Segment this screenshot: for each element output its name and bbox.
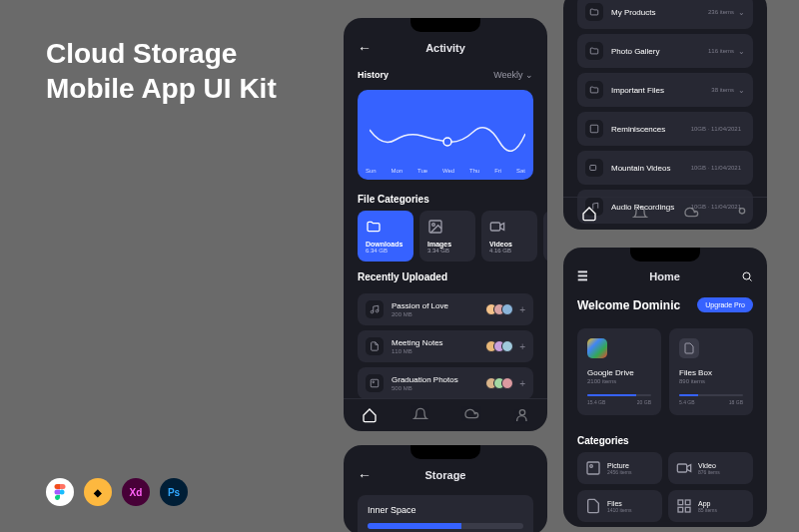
screen-title: Storage [425, 469, 466, 481]
drive-card[interactable]: Google Drive2100 items15.4 GB20 GB [577, 328, 661, 415]
document-icon [366, 337, 384, 355]
svg-point-12 [739, 209, 744, 214]
recent-title: Recently Uploaded [344, 262, 547, 288]
home-screen: ☰ Home Welcome Dominic Upgrade Pro Googl… [563, 248, 767, 527]
add-icon[interactable]: + [519, 341, 525, 352]
folder-row[interactable]: My Products236 items⌄ [577, 0, 753, 29]
cat-app[interactable]: App85 items [668, 490, 753, 522]
svg-point-1 [443, 138, 451, 146]
folder-icon [585, 81, 603, 99]
bottom-nav [563, 197, 767, 230]
categories-title: Categories [563, 425, 767, 452]
nav-user-icon[interactable] [734, 206, 750, 222]
folder-row[interactable]: Important Files38 items⌄ [577, 73, 753, 107]
recent-item[interactable]: Graduation Photos500 MB+ [358, 367, 533, 399]
file-row[interactable]: Reminiscences10GB · 11/04/2021 [577, 112, 753, 146]
svg-point-0 [60, 490, 65, 495]
screen-title: Activity [425, 42, 465, 54]
cat-picture[interactable]: Picture2456 items [577, 452, 662, 484]
svg-rect-10 [590, 125, 598, 133]
upgrade-button[interactable]: Upgrade Pro [697, 297, 753, 312]
chevron-down-icon: ⌄ [738, 8, 745, 17]
nav-cloud-icon[interactable] [683, 206, 699, 222]
svg-rect-20 [685, 507, 690, 512]
back-icon[interactable]: ← [358, 40, 372, 56]
svg-point-6 [376, 309, 379, 312]
recent-item[interactable]: Meeting Notes110 MB+ [358, 330, 533, 362]
inner-space-card: Inner Space Avl 23.8 GB Of 35 GB [358, 495, 533, 532]
drive-card[interactable]: Files Box890 items5.4 GB18 GB [669, 328, 753, 415]
nav-home-icon[interactable] [362, 407, 378, 423]
nav-bell-icon[interactable] [632, 206, 648, 222]
folder-icon [585, 42, 603, 60]
svg-point-8 [373, 381, 375, 383]
chevron-down-icon: ⌄ [738, 47, 745, 56]
figma-icon [46, 478, 74, 506]
storage-screen: ← Storage Inner Space Avl 23.8 GB Of 35 … [344, 445, 547, 532]
folder-row[interactable]: Photo Gallery116 items⌄ [577, 34, 753, 68]
svg-point-9 [519, 410, 524, 415]
file-categories-title: File Categories [344, 184, 547, 211]
add-icon[interactable]: + [519, 378, 525, 389]
welcome-text: Welcome Dominic [577, 298, 680, 312]
activity-screen: ← Activity History Weekly ⌄ SunMonTueWed… [344, 18, 547, 431]
svg-rect-11 [590, 166, 596, 171]
bottom-nav [344, 398, 547, 431]
history-label: History [358, 70, 389, 80]
page-title: Cloud StorageMobile App UI Kit [46, 36, 277, 106]
category-videos[interactable]: Videos4.16 GB [481, 211, 537, 262]
svg-point-15 [590, 465, 593, 468]
svg-rect-16 [677, 464, 686, 472]
svg-rect-18 [685, 500, 690, 505]
tool-icons: ◆ Xd Ps [46, 478, 188, 506]
chevron-down-icon: ⌄ [738, 86, 745, 95]
cat-files[interactable]: Files1410 items [577, 490, 662, 522]
video-icon [585, 159, 603, 177]
music-icon [366, 300, 384, 318]
add-icon[interactable]: + [519, 304, 525, 315]
image-icon [585, 120, 603, 138]
category-images[interactable]: Images3.34 GB [419, 211, 475, 262]
files-screen: My Products236 items⌄ Photo Gallery116 i… [563, 0, 767, 230]
nav-bell-icon[interactable] [412, 407, 428, 423]
svg-rect-17 [678, 500, 683, 505]
activity-chart: SunMonTueWedThuFriSat [358, 90, 533, 180]
recent-item[interactable]: Passion of Love200 MB+ [358, 293, 533, 325]
svg-rect-14 [587, 462, 599, 474]
image-icon [366, 374, 384, 392]
storage-bar [368, 523, 523, 529]
nav-cloud-icon[interactable] [463, 407, 479, 423]
svg-rect-4 [490, 223, 499, 231]
nav-home-icon[interactable] [581, 206, 597, 222]
filter-dropdown[interactable]: Weekly ⌄ [493, 70, 533, 80]
sketch-icon: ◆ [84, 478, 112, 506]
back-icon[interactable]: ← [358, 467, 372, 483]
nav-user-icon[interactable] [514, 407, 530, 423]
svg-rect-19 [678, 507, 683, 512]
category-downloads[interactable]: Downloads6.34 GB [358, 211, 413, 262]
xd-icon: Xd [122, 478, 150, 506]
svg-point-3 [432, 224, 435, 227]
cat-video[interactable]: Video876 items [668, 452, 753, 484]
search-icon[interactable] [741, 270, 753, 282]
folder-icon [585, 3, 603, 21]
menu-icon[interactable]: ☰ [577, 269, 588, 283]
ps-icon: Ps [160, 478, 188, 506]
file-row[interactable]: Mountain Videos10GB · 11/04/2021 [577, 151, 753, 185]
svg-point-5 [371, 310, 374, 313]
category-more[interactable]: A [543, 211, 547, 262]
svg-point-13 [743, 272, 750, 279]
screen-title: Home [649, 270, 680, 282]
svg-rect-7 [371, 379, 379, 387]
